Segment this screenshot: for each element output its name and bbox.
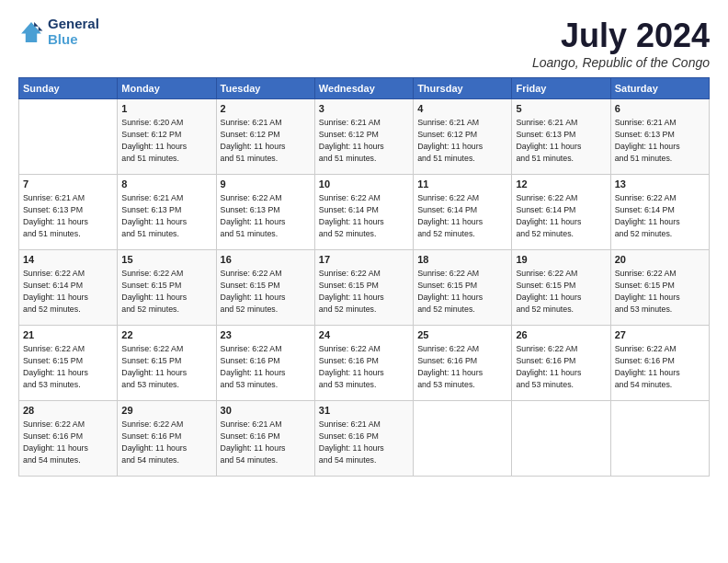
day-info: Sunrise: 6:22 AM Sunset: 6:15 PM Dayligh… xyxy=(221,268,311,315)
calendar-cell xyxy=(512,401,610,477)
day-number: 7 xyxy=(23,178,113,191)
day-info: Sunrise: 6:22 AM Sunset: 6:16 PM Dayligh… xyxy=(319,343,409,390)
day-number: 30 xyxy=(221,404,311,418)
calendar-cell: 30Sunrise: 6:21 AM Sunset: 6:16 PM Dayli… xyxy=(216,401,314,477)
page: General Blue July 2024 Loango, Republic … xyxy=(0,0,728,563)
calendar-header-row: SundayMondayTuesdayWednesdayThursdayFrid… xyxy=(19,78,710,99)
day-number: 26 xyxy=(516,328,606,342)
col-header-monday: Monday xyxy=(118,78,216,99)
calendar-cell: 4Sunrise: 6:21 AM Sunset: 6:12 PM Daylig… xyxy=(414,99,512,175)
day-number: 17 xyxy=(319,253,409,267)
calendar-cell: 27Sunrise: 6:22 AM Sunset: 6:16 PM Dayli… xyxy=(610,326,709,401)
day-number: 22 xyxy=(121,328,211,342)
day-number: 9 xyxy=(221,178,311,191)
day-info: Sunrise: 6:21 AM Sunset: 6:12 PM Dayligh… xyxy=(221,117,311,164)
calendar-cell: 26Sunrise: 6:22 AM Sunset: 6:16 PM Dayli… xyxy=(512,326,610,401)
calendar-cell: 28Sunrise: 6:22 AM Sunset: 6:16 PM Dayli… xyxy=(19,401,118,477)
day-number: 19 xyxy=(516,253,606,267)
day-number: 5 xyxy=(516,102,606,116)
day-number: 28 xyxy=(23,404,113,418)
day-number: 25 xyxy=(417,328,507,342)
col-header-sunday: Sunday xyxy=(19,78,118,99)
day-number: 21 xyxy=(23,328,113,342)
col-header-wednesday: Wednesday xyxy=(314,78,413,99)
day-number: 18 xyxy=(417,253,507,267)
day-number: 13 xyxy=(615,178,705,191)
day-info: Sunrise: 6:21 AM Sunset: 6:13 PM Dayligh… xyxy=(23,192,113,239)
calendar-cell: 13Sunrise: 6:22 AM Sunset: 6:14 PM Dayli… xyxy=(610,175,709,250)
svg-marker-0 xyxy=(21,22,41,42)
day-number: 10 xyxy=(319,178,409,191)
calendar-cell: 19Sunrise: 6:22 AM Sunset: 6:15 PM Dayli… xyxy=(512,250,610,326)
day-info: Sunrise: 6:22 AM Sunset: 6:14 PM Dayligh… xyxy=(516,192,606,239)
col-header-tuesday: Tuesday xyxy=(216,78,314,99)
logo-line2: Blue xyxy=(48,31,78,47)
logo: General Blue xyxy=(18,17,99,47)
day-number: 27 xyxy=(615,328,705,342)
calendar-cell: 14Sunrise: 6:22 AM Sunset: 6:14 PM Dayli… xyxy=(19,250,118,326)
day-info: Sunrise: 6:22 AM Sunset: 6:15 PM Dayligh… xyxy=(417,268,507,315)
calendar-cell xyxy=(610,401,709,477)
calendar-cell: 16Sunrise: 6:22 AM Sunset: 6:15 PM Dayli… xyxy=(216,250,314,326)
day-info: Sunrise: 6:22 AM Sunset: 6:15 PM Dayligh… xyxy=(516,268,606,315)
day-number: 29 xyxy=(121,404,211,418)
day-info: Sunrise: 6:22 AM Sunset: 6:16 PM Dayligh… xyxy=(417,343,507,390)
logo-icon xyxy=(18,19,44,45)
calendar-cell: 12Sunrise: 6:22 AM Sunset: 6:14 PM Dayli… xyxy=(512,175,610,250)
day-info: Sunrise: 6:22 AM Sunset: 6:14 PM Dayligh… xyxy=(417,192,507,239)
day-info: Sunrise: 6:22 AM Sunset: 6:15 PM Dayligh… xyxy=(319,268,409,315)
col-header-saturday: Saturday xyxy=(610,78,709,99)
day-number: 16 xyxy=(221,253,311,267)
day-info: Sunrise: 6:22 AM Sunset: 6:16 PM Dayligh… xyxy=(121,419,211,465)
day-number: 14 xyxy=(23,253,113,267)
day-info: Sunrise: 6:22 AM Sunset: 6:13 PM Dayligh… xyxy=(221,192,311,239)
calendar-cell: 25Sunrise: 6:22 AM Sunset: 6:16 PM Dayli… xyxy=(414,326,512,401)
subtitle: Loango, Republic of the Congo xyxy=(532,55,710,70)
calendar-cell: 11Sunrise: 6:22 AM Sunset: 6:14 PM Dayli… xyxy=(414,175,512,250)
day-info: Sunrise: 6:21 AM Sunset: 6:16 PM Dayligh… xyxy=(319,419,409,465)
calendar-cell: 18Sunrise: 6:22 AM Sunset: 6:15 PM Dayli… xyxy=(414,250,512,326)
day-number: 6 xyxy=(615,102,705,116)
calendar-cell: 2Sunrise: 6:21 AM Sunset: 6:12 PM Daylig… xyxy=(216,99,314,175)
calendar-cell xyxy=(19,99,118,175)
day-number: 8 xyxy=(121,178,211,191)
day-number: 12 xyxy=(516,178,606,191)
logo-line1: General xyxy=(48,17,99,32)
day-info: Sunrise: 6:21 AM Sunset: 6:12 PM Dayligh… xyxy=(319,117,409,164)
day-info: Sunrise: 6:22 AM Sunset: 6:15 PM Dayligh… xyxy=(121,343,211,390)
day-number: 20 xyxy=(615,253,705,267)
day-info: Sunrise: 6:21 AM Sunset: 6:16 PM Dayligh… xyxy=(221,419,311,465)
header: General Blue July 2024 Loango, Republic … xyxy=(18,17,710,70)
calendar-table: SundayMondayTuesdayWednesdayThursdayFrid… xyxy=(18,77,710,477)
day-number: 1 xyxy=(121,102,211,116)
calendar-cell xyxy=(414,401,512,477)
day-info: Sunrise: 6:22 AM Sunset: 6:14 PM Dayligh… xyxy=(615,192,705,239)
calendar-week-3: 14Sunrise: 6:22 AM Sunset: 6:14 PM Dayli… xyxy=(19,250,710,326)
day-info: Sunrise: 6:22 AM Sunset: 6:15 PM Dayligh… xyxy=(23,343,113,390)
calendar-cell: 21Sunrise: 6:22 AM Sunset: 6:15 PM Dayli… xyxy=(19,326,118,401)
day-number: 4 xyxy=(417,102,507,116)
day-info: Sunrise: 6:21 AM Sunset: 6:13 PM Dayligh… xyxy=(615,117,705,164)
day-info: Sunrise: 6:22 AM Sunset: 6:16 PM Dayligh… xyxy=(516,343,606,390)
main-title: July 2024 xyxy=(532,17,710,55)
day-number: 24 xyxy=(319,328,409,342)
calendar-cell: 22Sunrise: 6:22 AM Sunset: 6:15 PM Dayli… xyxy=(118,326,216,401)
calendar-cell: 3Sunrise: 6:21 AM Sunset: 6:12 PM Daylig… xyxy=(314,99,413,175)
day-info: Sunrise: 6:21 AM Sunset: 6:13 PM Dayligh… xyxy=(516,117,606,164)
calendar-cell: 1Sunrise: 6:20 AM Sunset: 6:12 PM Daylig… xyxy=(118,99,216,175)
calendar-cell: 15Sunrise: 6:22 AM Sunset: 6:15 PM Dayli… xyxy=(118,250,216,326)
day-number: 31 xyxy=(319,404,409,418)
calendar-cell: 6Sunrise: 6:21 AM Sunset: 6:13 PM Daylig… xyxy=(610,99,709,175)
day-info: Sunrise: 6:21 AM Sunset: 6:12 PM Dayligh… xyxy=(417,117,507,164)
day-info: Sunrise: 6:20 AM Sunset: 6:12 PM Dayligh… xyxy=(121,117,211,164)
day-info: Sunrise: 6:22 AM Sunset: 6:14 PM Dayligh… xyxy=(23,268,113,315)
calendar-cell: 29Sunrise: 6:22 AM Sunset: 6:16 PM Dayli… xyxy=(118,401,216,477)
day-info: Sunrise: 6:22 AM Sunset: 6:15 PM Dayligh… xyxy=(121,268,211,315)
calendar-cell: 24Sunrise: 6:22 AM Sunset: 6:16 PM Dayli… xyxy=(314,326,413,401)
day-number: 23 xyxy=(221,328,311,342)
day-number: 3 xyxy=(319,102,409,116)
calendar-cell: 17Sunrise: 6:22 AM Sunset: 6:15 PM Dayli… xyxy=(314,250,413,326)
calendar-week-5: 28Sunrise: 6:22 AM Sunset: 6:16 PM Dayli… xyxy=(19,401,710,477)
calendar-week-1: 1Sunrise: 6:20 AM Sunset: 6:12 PM Daylig… xyxy=(19,99,710,175)
day-number: 15 xyxy=(121,253,211,267)
